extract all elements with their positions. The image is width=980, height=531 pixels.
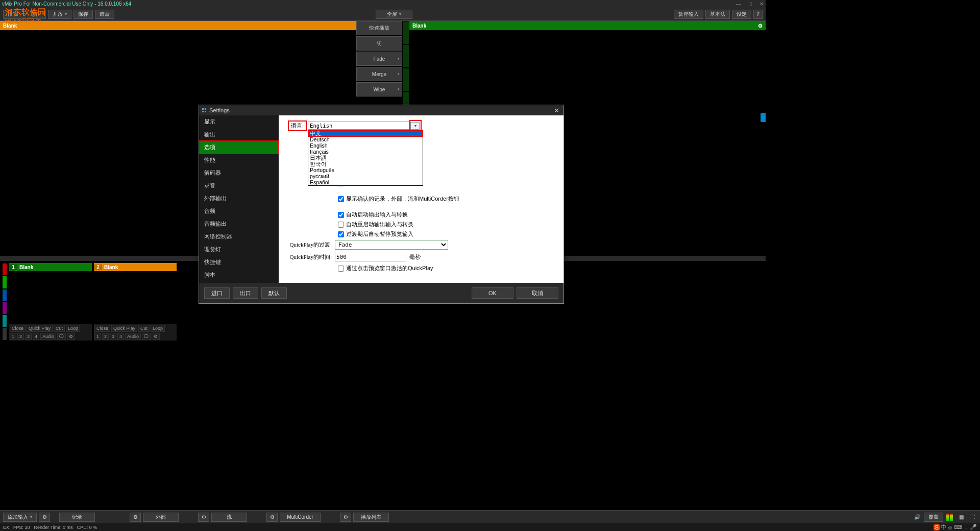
settings-content: 语言: English ▾ 中文 Deutsch English françai… [279,115,564,283]
basic-button[interactable]: 基本法 [705,10,730,19]
input-loop[interactable]: Loop [151,325,165,332]
settings-button[interactable]: 设定 [732,10,751,19]
default-button[interactable]: 默认 [261,287,287,299]
merge-button[interactable]: Merge [356,67,402,81]
input-gear-icon[interactable]: ⚙ [67,333,75,340]
input-2-num: 2 [94,264,102,270]
input-quickplay[interactable]: Quick Play [27,325,53,332]
minimize-button[interactable]: — [736,1,741,7]
input-overlay-3[interactable]: 3 [25,333,32,340]
sidebar-item-web-controller[interactable]: 网络控制器 [199,230,279,243]
cut-button[interactable]: 切 [356,36,402,51]
ok-button[interactable]: OK [472,287,513,299]
lang-option-ja[interactable]: 日本語 [308,155,423,161]
side-tab[interactable] [761,113,766,122]
input-cut[interactable]: Cut [138,325,150,332]
chk-auto-start[interactable] [338,212,344,218]
input-card-2[interactable]: 2 Blank Close Quick Play Cut Loop 1 2 3 … [94,263,177,341]
lang-option-ru[interactable]: русский [308,173,423,179]
sidebar-item-tally[interactable]: 理货灯 [199,243,279,256]
lang-option-en[interactable]: English [308,142,423,149]
preset-button[interactable]: 设置 [3,10,26,19]
last-button[interactable]: 最后 [95,10,114,19]
open-button[interactable]: 开放 [48,10,71,19]
input-1-controls: Close Quick Play Cut Loop 1 2 3 4 Audio … [9,324,92,341]
input-2-thumb[interactable] [94,271,177,324]
wipe-button[interactable]: Wipe [356,82,402,96]
main-toolbar: 设置 新 开放 保存 最后 全屏 暂停输入 基本法 设定 ? [0,8,766,21]
chevron-down-icon[interactable]: ▾ [411,122,420,130]
preview-right-gear-icon[interactable]: ⚙ [758,23,763,29]
export-button[interactable]: 出口 [233,287,258,299]
input-overlay-4[interactable]: 4 [117,333,124,340]
sidebar-item-audio-output[interactable]: 音频输出 [199,218,279,230]
dialog-footer: 进口 出口 默认 OK 取消 [199,283,564,303]
preview-left-header: Blank [0,21,356,30]
input-card-1[interactable]: 1 Blank Close Quick Play Cut Loop 1 2 3 … [9,263,92,341]
chk-activate-click[interactable] [338,266,344,272]
quickplay-transition-select[interactable]: Fade [335,240,448,250]
chk-auto-restart-label: 自动重启动输出输入与转换 [346,221,413,228]
sidebar-item-scripts[interactable]: 脚本 [199,269,279,281]
save-button[interactable]: 保存 [74,10,93,19]
chk-auto-start-label: 自动启动输出输入与转换 [346,211,408,219]
lang-option-ko[interactable]: 한국어 [308,161,423,167]
input-monitor-icon[interactable]: 🖵 [57,333,66,340]
sidebar-item-performance[interactable]: 性能 [199,154,279,166]
input-overlay-4[interactable]: 4 [33,333,39,340]
preview-right-label: Blank [412,23,426,29]
input-1-thumb[interactable] [9,271,92,324]
quickplay-time-unit: 毫秒 [409,253,421,261]
input-audio[interactable]: Audio [125,333,141,340]
quickplay-button[interactable]: 快速播放 [356,21,402,35]
import-button[interactable]: 进口 [204,287,230,299]
input-1-num: 1 [9,264,17,270]
input-loop[interactable]: Loop [66,325,80,332]
input-close[interactable]: Close [94,325,110,332]
input-close[interactable]: Close [10,325,26,332]
language-select[interactable]: English ▾ 中文 Deutsch English français 日本… [308,122,420,130]
input-quickplay[interactable]: Quick Play [111,325,137,332]
quickplay-time-input[interactable] [335,253,406,261]
help-button[interactable]: ? [753,10,763,19]
category-tabs[interactable] [2,263,7,341]
chk-auto-restart[interactable] [338,222,344,228]
sidebar-item-decoder[interactable]: 解码器 [199,166,279,179]
sidebar-item-output[interactable]: 输出 [199,128,279,141]
pause-input-button[interactable]: 暂停输入 [674,10,703,19]
input-audio[interactable]: Audio [40,333,56,340]
language-combo-value[interactable]: English [308,122,411,130]
dialog-close-icon[interactable]: ✕ [552,107,561,114]
quickplay-transition-label: QuickPlay的过渡: [289,241,335,249]
lang-option-zh[interactable]: 中文 [308,130,423,136]
fullscreen-button[interactable]: 全屏 [376,10,412,19]
preview-right-header: Blank ⚙ [409,21,766,30]
input-monitor-icon[interactable]: 🖵 [142,333,151,340]
input-overlay-1[interactable]: 1 [10,333,16,340]
input-gear-icon[interactable]: ⚙ [152,333,160,340]
input-overlay-3[interactable]: 3 [110,333,116,340]
chk-show-confirm[interactable] [338,196,344,202]
lang-option-fr[interactable]: français [308,149,423,155]
input-overlay-2[interactable]: 2 [102,333,109,340]
close-window-button[interactable]: ✕ [760,1,764,7]
cancel-button[interactable]: 取消 [517,287,558,299]
maximize-button[interactable]: □ [749,1,752,7]
sidebar-item-shortcuts[interactable]: 快捷键 [199,256,279,269]
sidebar-item-options[interactable]: 选项 [199,141,279,154]
chk-pause-after[interactable] [338,231,344,237]
sidebar-item-external-output[interactable]: 外部输出 [199,192,279,205]
input-overlay-2[interactable]: 2 [17,333,24,340]
input-cut[interactable]: Cut [54,325,65,332]
sidebar-item-display[interactable]: 显示 [199,115,279,128]
input-overlay-1[interactable]: 1 [94,333,101,340]
sidebar-item-audio[interactable]: 音频 [199,205,279,218]
lang-option-es[interactable]: Español [308,179,423,185]
sidebar-item-recording[interactable]: 录音 [199,179,279,192]
lang-option-pt[interactable]: Português [308,167,423,173]
lang-option-de[interactable]: Deutsch [308,136,423,142]
input-2-controls: Close Quick Play Cut Loop 1 2 3 4 Audio … [94,324,177,341]
chk-pause-after-label: 过渡期后自动暂停预览输入 [346,230,413,238]
new-button[interactable]: 新 [28,10,46,19]
fade-button[interactable]: Fade [356,52,402,66]
